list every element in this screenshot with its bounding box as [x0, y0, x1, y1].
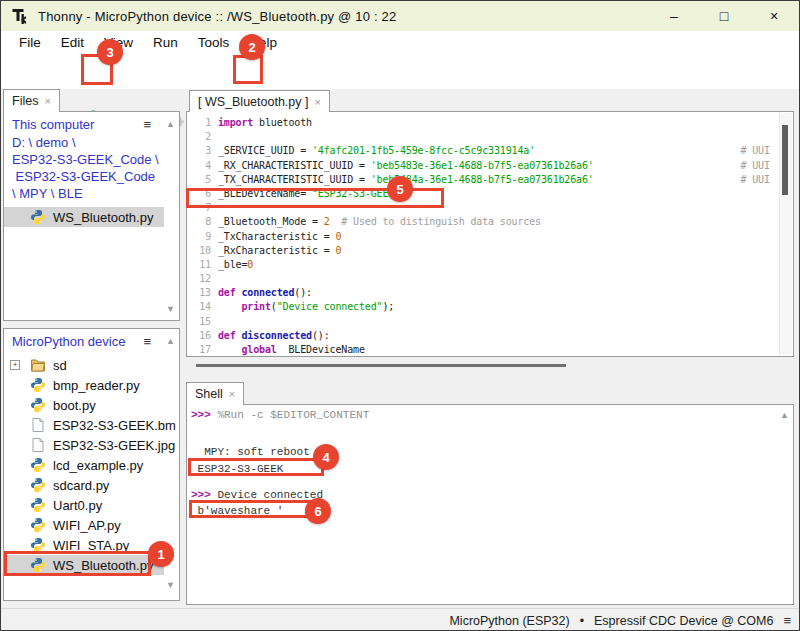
device-panel-menu-icon[interactable]: ≡ — [143, 335, 151, 348]
annotation-circle-1: 1 — [148, 541, 174, 567]
python-file-icon — [30, 497, 46, 513]
maximize-button[interactable]: □ — [699, 1, 749, 31]
file-name: ESP32-S3-GEEK.jpg — [53, 438, 175, 453]
python-file-icon — [30, 457, 46, 473]
file-name: bmp_reader.py — [53, 378, 140, 393]
file-tree-item-bmp-reader-py[interactable]: bmp_reader.py — [4, 375, 164, 395]
annotation-circle-2: 2 — [239, 34, 265, 60]
menu-item-edit[interactable]: Edit — [51, 35, 94, 50]
files-panel: This computer ≡ D: \ demo \ESP32-S3-GEEK… — [3, 111, 180, 321]
menu-item-tools[interactable]: Tools — [188, 35, 240, 50]
tab-files-label: Files — [12, 94, 38, 108]
annotation-box-6 — [189, 500, 324, 518]
file-name: ESP32-S3-GEEK.bm — [53, 418, 176, 433]
menu-item-run[interactable]: Run — [143, 35, 188, 50]
window-title: Thonny - MicroPython device :: /WS_Bluet… — [38, 9, 396, 24]
file-name: lcd_example.py — [53, 458, 143, 473]
menu-item-file[interactable]: File — [9, 35, 51, 50]
files-panel-menu-icon[interactable]: ≡ — [143, 118, 151, 131]
shell-line: >>> %Run -c $EDITOR_CONTENT — [191, 409, 369, 422]
annotation-box-4 — [188, 458, 324, 476]
close-button[interactable]: × — [749, 1, 799, 31]
editor-code: import bluetooth_SERVICE_UUID = '4fafc20… — [218, 116, 778, 357]
file-name: boot.py — [53, 398, 96, 413]
status-menu-icon[interactable]: ≡ — [783, 614, 791, 627]
code-line: _TX_CHARACTERISTIC_UUID = 'beb5484a-36e1… — [218, 173, 778, 187]
file-tree-item-sd[interactable]: +sd — [4, 355, 164, 375]
editor-vscrollbar[interactable] — [779, 113, 792, 355]
code-line: print("Device connected"); — [218, 300, 778, 314]
files-path-line[interactable]: ESP32-S3-GEEK_Code — [4, 168, 179, 185]
files-path-line[interactable]: \ MPY \ BLE — [4, 185, 179, 202]
status-port[interactable]: Espressif CDC Device @ COM6 — [594, 614, 773, 628]
folder-file-icon — [30, 357, 46, 373]
file-file-icon — [30, 417, 46, 433]
file-name: WS_Bluetooth.py — [53, 210, 153, 225]
file-tree-item-wifi-ap-py[interactable]: WIFI_AP.py — [4, 515, 164, 535]
code-line: _ble=0 — [218, 258, 778, 272]
tab-editor-ws-bluetooth[interactable]: [ WS_Bluetooth.py ] × — [189, 90, 330, 112]
files-scroll-up-icon[interactable]: ▲ — [166, 120, 175, 129]
python-file-icon — [30, 377, 46, 393]
minimize-button[interactable]: – — [649, 1, 699, 31]
files-path-line[interactable]: ESP32-S3-GEEK_Code \ — [4, 151, 179, 168]
files-scroll-down-icon[interactable]: ▼ — [166, 305, 175, 314]
file-tree-item-boot-py[interactable]: boot.py — [4, 395, 164, 415]
file-tree-item-ws-bluetooth-py[interactable]: WS_Bluetooth.py — [4, 207, 164, 227]
editor-line-numbers: 1234567891011121314151617 — [187, 116, 211, 357]
annotation-circle-4: 4 — [313, 444, 339, 470]
file-tree-item-uart0-py[interactable]: Uart0.py — [4, 495, 164, 515]
status-bullet: • — [580, 614, 584, 628]
status-interpreter[interactable]: MicroPython (ESP32) — [449, 614, 569, 628]
file-tree-item-lcd-example-py[interactable]: lcd_example.py — [4, 455, 164, 475]
tab-editor-label: [ WS_Bluetooth.py ] — [198, 95, 308, 109]
annotation-circle-5: 5 — [387, 176, 413, 202]
shell-scroll-up-icon[interactable]: ▲ — [780, 411, 789, 420]
file-tree-item-esp32-s3-geek-jpg[interactable]: ESP32-S3-GEEK.jpg — [4, 435, 164, 455]
code-line — [218, 130, 778, 144]
title-bar: Thonny - MicroPython device :: /WS_Bluet… — [1, 1, 799, 31]
file-file-icon — [30, 437, 46, 453]
annotation-circle-6: 6 — [305, 498, 331, 524]
code-line: _SERVICE_UUID = '4fafc201-1fb5-459e-8fcc… — [218, 144, 778, 158]
files-path: D: \ demo \ESP32-S3-GEEK_Code \ ESP32-S3… — [4, 134, 179, 202]
python-file-icon — [30, 517, 46, 533]
device-scroll-down-icon[interactable]: ▼ — [166, 581, 175, 590]
tab-editor-close-icon[interactable]: × — [314, 96, 320, 108]
file-name: Uart0.py — [53, 498, 102, 513]
tab-files-close-icon[interactable]: × — [44, 95, 50, 107]
files-panel-header: This computer — [12, 117, 143, 132]
file-tree-item-esp32-s3-geek-bm[interactable]: ESP32-S3-GEEK.bm — [4, 415, 164, 435]
code-line: _Bluetooth_Mode = 2 # Used to distinguis… — [218, 215, 778, 229]
annotation-circle-3: 3 — [97, 39, 123, 65]
device-scroll-up-icon[interactable]: ▲ — [166, 337, 175, 346]
code-line: _RX_CHARACTERISTIC_UUID = 'beb5483e-36e1… — [218, 159, 778, 173]
code-line: import bluetooth — [218, 116, 778, 130]
thonny-window: Thonny - MicroPython device :: /WS_Bluet… — [0, 0, 800, 631]
code-line: _TxCharacteristic = 0 — [218, 230, 778, 244]
code-line: _RxCharacteristic = 0 — [218, 244, 778, 258]
files-path-line[interactable]: D: \ demo \ — [4, 134, 179, 151]
file-tree-item-sdcard-py[interactable]: sdcard.py — [4, 475, 164, 495]
tab-shell[interactable]: Shell × — [186, 382, 244, 405]
tab-shell-close-icon[interactable]: × — [229, 388, 235, 400]
python-file-icon — [30, 397, 46, 413]
code-line — [218, 315, 778, 329]
file-name: sdcard.py — [53, 478, 109, 493]
expand-icon[interactable]: + — [10, 360, 20, 370]
python-file-icon — [30, 477, 46, 493]
annotation-box-1 — [4, 551, 151, 576]
file-name: WIFI_AP.py — [53, 518, 121, 533]
tab-files[interactable]: Files × — [3, 89, 60, 112]
tab-shell-label: Shell — [195, 387, 223, 401]
code-editor[interactable]: 1234567891011121314151617 import bluetoo… — [186, 111, 794, 357]
device-panel-header: MicroPython device — [12, 334, 143, 349]
python-file-icon — [30, 209, 46, 225]
code-line: def disconnected(): — [218, 329, 778, 343]
code-line: def connected(): — [218, 286, 778, 300]
file-name: sd — [53, 358, 67, 373]
status-bar: MicroPython (ESP32) • Espressif CDC Devi… — [1, 608, 799, 631]
code-line: global BLEDeviceName — [218, 343, 778, 357]
code-line — [218, 272, 778, 286]
editor-hscrollbar[interactable] — [186, 359, 794, 371]
